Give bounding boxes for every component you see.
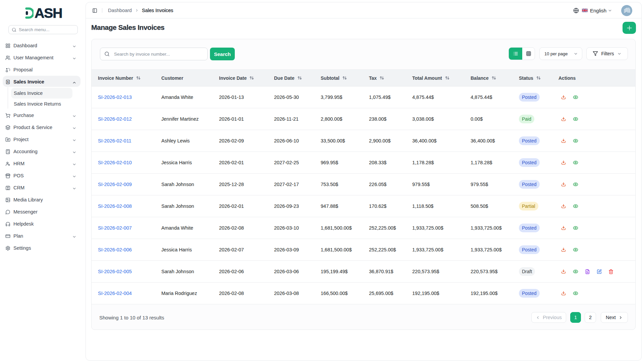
svg-text:$: $	[7, 80, 9, 83]
